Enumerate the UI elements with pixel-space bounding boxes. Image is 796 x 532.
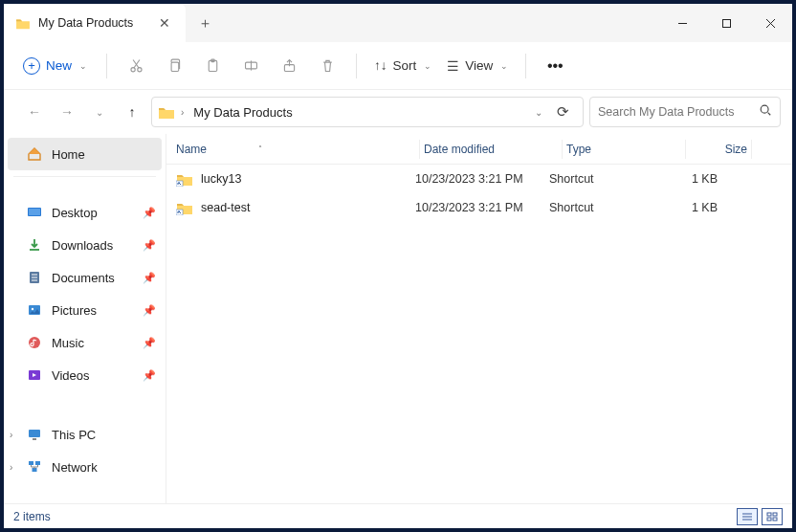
maximize-button[interactable] <box>704 4 748 42</box>
file-name: lucky13 <box>201 172 241 186</box>
address-bar[interactable]: › My Data Products ⌄ ⟳ <box>151 97 584 127</box>
chevron-right-icon[interactable]: › <box>10 430 12 440</box>
file-name: sead-test <box>201 201 250 214</box>
svg-point-25 <box>32 308 33 310</box>
sidebar-item-downloads[interactable]: Downloads 📌 <box>4 229 166 261</box>
svg-point-15 <box>761 105 768 113</box>
tab-title: My Data Products <box>38 16 147 30</box>
chevron-down-icon: ⌄ <box>500 61 508 71</box>
sidebar-item-home[interactable]: Home <box>8 138 162 170</box>
sidebar-label: Home <box>52 147 85 162</box>
column-name[interactable]: Name ˄ <box>176 143 415 156</box>
svg-point-26 <box>29 337 40 348</box>
music-icon <box>27 335 42 350</box>
file-size: 1 KB <box>664 172 721 186</box>
pictures-icon <box>27 302 42 318</box>
minimize-button[interactable] <box>660 4 704 42</box>
sidebar-label: Music <box>52 336 84 350</box>
breadcrumb-current[interactable]: My Data Products <box>189 103 296 122</box>
svg-rect-18 <box>29 209 40 215</box>
sidebar: Home Desktop 📌 Downloads 📌 Documents 📌 <box>4 134 166 503</box>
sidebar-label: Documents <box>52 271 115 285</box>
chevron-right-icon[interactable]: › <box>10 462 12 473</box>
sort-button[interactable]: ↑↓ Sort ⌄ <box>368 55 437 77</box>
sort-asc-icon: ˄ <box>258 144 262 153</box>
pin-icon: 📌 <box>143 207 156 219</box>
svg-line-7 <box>133 60 139 69</box>
search-icon <box>759 103 772 121</box>
svg-rect-31 <box>35 461 40 465</box>
copy-button[interactable] <box>157 49 191 83</box>
file-size: 1 KB <box>664 201 721 214</box>
new-tab-button[interactable]: ＋ <box>186 4 224 42</box>
column-label: Size <box>725 143 747 156</box>
column-label: Name <box>176 143 207 156</box>
sidebar-label: Videos <box>52 368 90 383</box>
search-input[interactable] <box>598 105 751 119</box>
file-date: 10/23/2023 3:21 PM <box>415 201 549 214</box>
svg-point-6 <box>137 68 141 72</box>
item-count: 2 items <box>13 510 51 523</box>
column-size[interactable]: Size <box>690 143 747 156</box>
view-icon: ☰ <box>447 58 459 74</box>
close-tab-button[interactable]: ✕ <box>155 13 174 33</box>
file-type: Shortcut <box>549 172 664 186</box>
details-view-toggle[interactable] <box>737 508 758 525</box>
network-icon <box>27 459 42 475</box>
desktop-icon <box>27 205 42 220</box>
home-icon <box>27 146 42 162</box>
column-type[interactable]: Type <box>566 143 681 156</box>
thispc-icon <box>27 427 42 442</box>
plus-circle-icon: + <box>23 57 40 75</box>
tab-mydataproducts[interactable]: My Data Products ✕ <box>4 4 186 42</box>
sidebar-label: This PC <box>52 428 96 442</box>
forward-button[interactable]: → <box>54 99 80 125</box>
svg-rect-28 <box>29 430 40 437</box>
pin-icon: 📌 <box>143 337 156 349</box>
sidebar-item-documents[interactable]: Documents 📌 <box>4 261 166 294</box>
svg-rect-39 <box>773 518 777 521</box>
svg-rect-9 <box>171 62 179 71</box>
paste-button[interactable] <box>195 49 230 83</box>
sidebar-item-pictures[interactable]: Pictures 📌 <box>4 294 166 326</box>
videos-icon <box>27 367 42 383</box>
file-row[interactable]: lucky13 10/23/2023 3:21 PM Shortcut 1 KB <box>166 165 792 193</box>
svg-point-5 <box>130 68 134 72</box>
address-chevron[interactable]: ⌄ <box>535 107 542 118</box>
documents-icon <box>27 270 42 285</box>
folder-icon <box>15 17 31 30</box>
pin-icon: 📌 <box>143 239 156 252</box>
refresh-button[interactable]: ⟳ <box>548 103 577 121</box>
pin-icon: 📌 <box>143 369 156 382</box>
sidebar-item-videos[interactable]: Videos 📌 <box>4 359 166 391</box>
column-label: Type <box>566 143 591 156</box>
sidebar-item-thispc[interactable]: › This PC <box>4 418 166 451</box>
column-headers: Name ˄ Date modified Type Size <box>166 134 792 165</box>
sidebar-item-network[interactable]: › Network <box>4 451 166 483</box>
up-button[interactable]: ↑ <box>119 99 145 125</box>
pin-icon: 📌 <box>143 272 156 284</box>
shortcut-folder-icon <box>176 201 193 215</box>
sidebar-item-desktop[interactable]: Desktop 📌 <box>4 196 166 229</box>
new-button[interactable]: + New ⌄ <box>15 54 95 78</box>
file-row[interactable]: sead-test 10/23/2023 3:21 PM Shortcut 1 … <box>166 193 792 222</box>
search-box[interactable] <box>589 97 781 127</box>
share-button[interactable] <box>272 49 306 83</box>
svg-line-16 <box>768 113 771 116</box>
column-date[interactable]: Date modified <box>424 143 558 156</box>
sort-icon: ↑↓ <box>374 58 387 73</box>
svg-rect-30 <box>29 461 33 465</box>
more-button[interactable]: ••• <box>538 49 572 83</box>
view-button[interactable]: ☰ View ⌄ <box>441 55 514 78</box>
rename-button[interactable] <box>233 49 268 83</box>
sidebar-item-music[interactable]: Music 📌 <box>4 326 166 359</box>
icons-view-toggle[interactable] <box>762 508 783 525</box>
titlebar: My Data Products ✕ ＋ <box>4 4 792 42</box>
delete-button[interactable] <box>310 49 344 83</box>
svg-rect-37 <box>773 513 777 516</box>
chevron-down-icon: ⌄ <box>424 61 431 71</box>
close-window-button[interactable] <box>748 4 792 42</box>
recent-chevron[interactable]: ⌄ <box>86 99 113 125</box>
back-button[interactable]: ← <box>21 99 48 125</box>
cut-button[interactable] <box>119 49 153 83</box>
